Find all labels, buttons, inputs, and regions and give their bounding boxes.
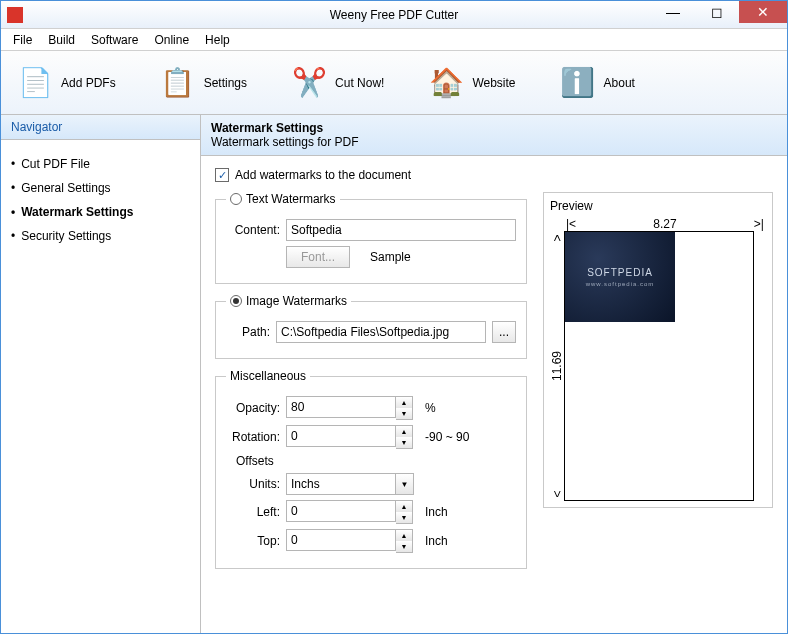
preview-page: SOFTPEDIA www.softpedia.com <box>564 231 754 501</box>
maximize-button[interactable]: ◻ <box>695 1 739 23</box>
text-watermarks-group: Text Watermarks Content: Font... Sample <box>215 192 527 284</box>
website-label: Website <box>472 76 515 90</box>
panel-subtitle: Watermark settings for PDF <box>211 135 777 149</box>
enable-watermark-checkbox[interactable]: ✓ <box>215 168 229 182</box>
checklist-icon: 📋 <box>160 65 196 101</box>
navigator-list: Cut PDF File General Settings Watermark … <box>1 140 200 260</box>
menu-online[interactable]: Online <box>146 31 197 49</box>
main-panel: Watermark Settings Watermark settings fo… <box>201 115 787 633</box>
menu-file[interactable]: File <box>5 31 40 49</box>
left-label: Left: <box>236 505 280 519</box>
close-button[interactable]: ✕ <box>739 1 787 23</box>
info-icon: ℹ️ <box>560 65 596 101</box>
wm-sub-text: www.softpedia.com <box>586 281 655 287</box>
home-icon: 🏠 <box>428 65 464 101</box>
pdf-icon: 📄 <box>17 65 53 101</box>
top-input[interactable] <box>286 529 396 551</box>
path-label: Path: <box>226 325 270 339</box>
menu-software[interactable]: Software <box>83 31 146 49</box>
rotation-suffix: -90 ~ 90 <box>425 430 469 444</box>
minimize-button[interactable]: — <box>651 1 695 23</box>
about-label: About <box>604 76 635 90</box>
text-watermarks-legend[interactable]: Text Watermarks <box>226 192 340 206</box>
rotation-label: Rotation: <box>226 430 280 444</box>
titlebar: Weeny Free PDF Cutter — ◻ ✕ <box>1 1 787 29</box>
misc-group: Miscellaneous Opacity: ▲▼ % Rotation: <box>215 369 527 569</box>
path-input[interactable] <box>276 321 486 343</box>
top-suffix: Inch <box>425 534 448 548</box>
settings-button[interactable]: 📋 Settings <box>152 61 255 105</box>
cut-now-button[interactable]: ✂️ Cut Now! <box>283 61 392 105</box>
opacity-input[interactable] <box>286 396 396 418</box>
rotation-input[interactable] <box>286 425 396 447</box>
menubar: File Build Software Online Help <box>1 29 787 51</box>
panel-title: Watermark Settings <box>211 121 777 135</box>
ruler-h-end: >| <box>754 217 764 231</box>
units-label: Units: <box>236 477 280 491</box>
enable-watermark-label: Add watermarks to the document <box>235 168 411 182</box>
preview-panel: Preview |< 8.27 >| < 11.69 <box>543 192 773 508</box>
panel-header: Watermark Settings Watermark settings fo… <box>201 115 787 156</box>
left-input[interactable] <box>286 500 396 522</box>
nav-item-security[interactable]: Security Settings <box>7 224 194 248</box>
ruler-h-value: 8.27 <box>653 217 676 231</box>
opacity-label: Opacity: <box>226 401 280 415</box>
ruler-horizontal: |< 8.27 >| <box>564 217 766 231</box>
watermark-preview-image: SOFTPEDIA www.softpedia.com <box>565 232 675 322</box>
ruler-v-value: 11.69 <box>550 351 564 381</box>
opacity-spinner[interactable]: ▲▼ <box>396 396 413 420</box>
menu-help[interactable]: Help <box>197 31 238 49</box>
add-pdfs-button[interactable]: 📄 Add PDFs <box>9 61 124 105</box>
toolbar: 📄 Add PDFs 📋 Settings ✂️ Cut Now! 🏠 Webs… <box>1 51 787 115</box>
opacity-suffix: % <box>425 401 436 415</box>
add-pdfs-label: Add PDFs <box>61 76 116 90</box>
about-button[interactable]: ℹ️ About <box>552 61 643 105</box>
content-label: Content: <box>226 223 280 237</box>
ruler-h-start: |< <box>566 217 576 231</box>
enable-watermark-row: ✓ Add watermarks to the document <box>215 168 773 182</box>
units-dropdown-icon[interactable]: ▼ <box>396 473 414 495</box>
menu-build[interactable]: Build <box>40 31 83 49</box>
image-watermarks-radio[interactable] <box>230 295 242 307</box>
offsets-label: Offsets <box>236 454 516 468</box>
ruler-v-end: > <box>550 490 564 497</box>
image-watermarks-legend[interactable]: Image Watermarks <box>226 294 351 308</box>
image-watermarks-group: Image Watermarks Path: ... <box>215 294 527 359</box>
text-watermarks-radio[interactable] <box>230 193 242 205</box>
left-suffix: Inch <box>425 505 448 519</box>
nav-item-watermark[interactable]: Watermark Settings <box>7 200 194 224</box>
settings-label: Settings <box>204 76 247 90</box>
browse-button[interactable]: ... <box>492 321 516 343</box>
font-button[interactable]: Font... <box>286 246 350 268</box>
rotation-spinner[interactable]: ▲▼ <box>396 425 413 449</box>
nav-item-cut-pdf[interactable]: Cut PDF File <box>7 152 194 176</box>
sample-label: Sample <box>370 250 411 264</box>
wm-brand-text: SOFTPEDIA <box>587 267 653 278</box>
top-label: Top: <box>236 534 280 548</box>
preview-title: Preview <box>550 199 766 213</box>
ruler-v-start: < <box>550 234 564 241</box>
content-input[interactable] <box>286 219 516 241</box>
navigator-panel: Navigator Cut PDF File General Settings … <box>1 115 201 633</box>
misc-legend: Miscellaneous <box>226 369 310 383</box>
navigator-header: Navigator <box>1 115 200 140</box>
app-icon <box>7 7 23 23</box>
ruler-vertical: < 11.69 > <box>550 231 564 501</box>
cut-now-label: Cut Now! <box>335 76 384 90</box>
top-spinner[interactable]: ▲▼ <box>396 529 413 553</box>
scissors-icon: ✂️ <box>291 65 327 101</box>
units-select[interactable] <box>286 473 396 495</box>
window-buttons: — ◻ ✕ <box>651 1 787 23</box>
website-button[interactable]: 🏠 Website <box>420 61 523 105</box>
nav-item-general[interactable]: General Settings <box>7 176 194 200</box>
left-spinner[interactable]: ▲▼ <box>396 500 413 524</box>
